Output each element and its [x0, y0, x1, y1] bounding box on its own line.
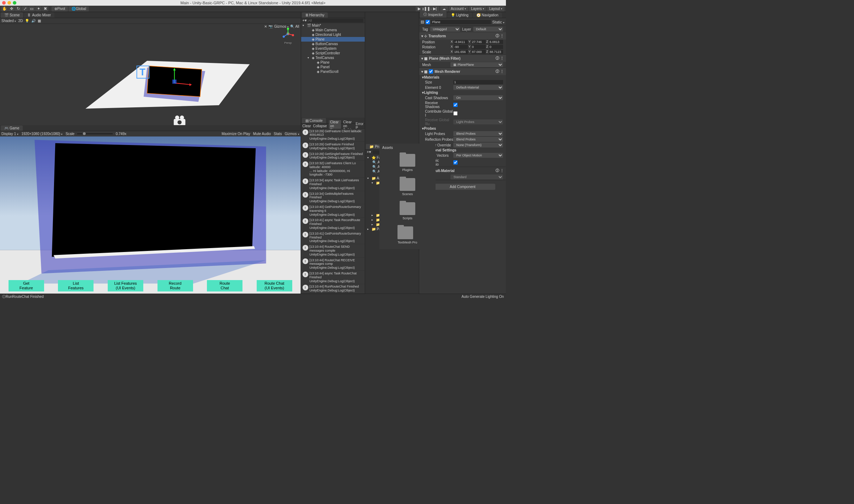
game-action-button[interactable]: Route Chat(UI Events) — [257, 280, 292, 291]
display-dropdown[interactable]: Display 1 — [1, 132, 18, 136]
rotation-y-input[interactable] — [471, 45, 486, 49]
position-z-input[interactable] — [489, 40, 503, 44]
lightprobes-dropdown[interactable]: Blend Probes — [453, 131, 503, 136]
rotation-x-input[interactable] — [454, 45, 468, 49]
resolution-dropdown[interactable]: 1920×1080 (1920x1080) — [21, 132, 63, 136]
layers-dropdown[interactable]: Layers — [469, 6, 486, 11]
asset-folder-item[interactable]: TextMesh Pro — [397, 226, 417, 244]
cloud-button[interactable]: ☁ — [440, 6, 448, 11]
element0-field[interactable]: Default-Material — [453, 85, 503, 90]
custom-tool-button[interactable]: ✖ — [42, 6, 48, 11]
console-entry[interactable]: ![13:10:29] GetSingleFeature FinishedUni… — [301, 151, 365, 161]
hierarchy-item[interactable]: ▾◈ TextCanvas — [301, 55, 365, 60]
hierarchy-item[interactable]: ◈ Plane — [301, 37, 365, 42]
castshadows-dropdown[interactable]: On — [453, 95, 503, 100]
hierarchy-item[interactable]: ◈ Plane — [301, 60, 365, 65]
layer-dropdown[interactable]: Default — [473, 27, 503, 32]
maximize-toggle[interactable]: Maximize On Play — [221, 132, 250, 136]
tab-lighting[interactable]: 💡 Lighting — [447, 12, 472, 18]
console-clear-button[interactable]: Clear — [303, 124, 311, 128]
motion-dropdown[interactable]: Per Object Motion — [453, 153, 503, 158]
global-toggle[interactable]: 🌐Global — [69, 6, 89, 11]
scale-slider[interactable] — [77, 133, 113, 134]
hierarchy-item[interactable]: ◈ Main Camera — [301, 28, 365, 32]
tab-console[interactable]: ▤ Console — [302, 118, 326, 123]
mute-toggle[interactable]: Mute Audio — [253, 132, 271, 136]
mesh-field[interactable]: ▦ PlanePlane — [450, 62, 503, 67]
pivot-toggle[interactable]: ⊕Pivot — [52, 6, 68, 11]
hierarchy-item[interactable]: ▾🎬 Main* — [301, 23, 365, 28]
probes-section[interactable]: Probes — [424, 127, 436, 130]
console-entry[interactable]: ![13:10:41] async Task RecordRoute Finis… — [301, 218, 365, 231]
pause-button[interactable]: ❚❚ — [423, 6, 431, 11]
stats-toggle[interactable]: Stats — [274, 132, 282, 136]
scale-y-input[interactable] — [471, 50, 486, 54]
game-viewport[interactable]: GetFeatureListFeaturesList Features(UI E… — [0, 136, 301, 294]
gameobject-active-checkbox[interactable] — [426, 20, 430, 24]
hierarchy-list[interactable]: ▾🎬 Main* ◈ Main Camera ◈ Directional Lig… — [301, 23, 365, 118]
console-collapse-toggle[interactable]: Collapse — [313, 124, 327, 128]
console-entry[interactable]: ![13:10:32] ListFeatures Client Lo latit… — [301, 161, 365, 178]
scale-x-input[interactable] — [454, 50, 468, 54]
scale-tool-button[interactable]: ⤢ — [22, 6, 28, 11]
materials-section[interactable]: Materials — [424, 75, 439, 79]
hierarchy-create-button[interactable]: +▾ — [303, 18, 307, 23]
play-button[interactable]: ▶ — [416, 6, 423, 11]
assets-grid-panel[interactable]: Assets PluginsScenesScriptsTextMesh Pro — [379, 144, 436, 249]
hierarchy-item[interactable]: ◈ ScriptController — [301, 51, 365, 55]
tab-navigation[interactable]: 🧭 Navigation — [473, 12, 502, 18]
hierarchy-item[interactable]: ◈ Panel — [301, 65, 365, 69]
console-entry[interactable]: ![13:10:40] GetPointsRouteSummary traver… — [301, 204, 365, 218]
console-entry[interactable]: ![13:10:29] GetFeature Client latitude: … — [301, 129, 365, 142]
scene-lighting-toggle[interactable]: 💡 — [25, 19, 29, 23]
game-action-button[interactable]: GetFeature — [9, 280, 44, 291]
meshrenderer-component-header[interactable]: ▾ ▦ Mesh Rendererⓘ ⋮ — [419, 68, 506, 75]
hierarchy-item[interactable]: ◈ PanelScroll — [301, 69, 365, 74]
tab-scene[interactable]: 🎬 Scene — [1, 12, 23, 18]
receiveshadows-checkbox[interactable] — [453, 103, 458, 107]
asset-folder-item[interactable]: Scripts — [400, 202, 415, 220]
game-gizmos-toggle[interactable]: Gizmos — [285, 132, 299, 136]
hierarchy-item[interactable]: ◈ ButtonCanvas — [301, 42, 365, 46]
tab-inspector[interactable]: ⓘ Inspector — [420, 11, 446, 18]
static-dropdown[interactable]: Static — [492, 20, 505, 24]
account-dropdown[interactable]: Account — [449, 6, 468, 11]
anchor-field[interactable]: None (Transform) — [453, 143, 503, 148]
2d-toggle[interactable]: 2D — [18, 19, 23, 23]
console-entry[interactable]: ![13:10:34] async Task ListFeatures Fini… — [301, 178, 365, 191]
move-tool-button[interactable]: ✥ — [8, 6, 15, 11]
lighting-section[interactable]: Lighting — [424, 91, 438, 95]
tab-game[interactable]: 🎮 Game — [1, 125, 23, 131]
rotate-tool-button[interactable]: ↻ — [15, 6, 21, 11]
reflection-dropdown[interactable]: Blend Probes — [453, 137, 503, 142]
game-action-button[interactable]: ListFeatures — [58, 280, 94, 291]
position-y-input[interactable] — [471, 40, 486, 44]
step-button[interactable]: ▶| — [431, 6, 438, 11]
console-entry[interactable]: ![13:10:34] GetMultipleFeatures Finished… — [301, 191, 365, 204]
gameobject-name-input[interactable] — [431, 20, 491, 24]
console-list[interactable]: ![13:10:29] GetFeature Client latitude: … — [301, 129, 365, 294]
console-entry[interactable]: ![13:10:44] RouteChat RECEIVE messages c… — [301, 258, 365, 271]
hand-tool-button[interactable]: ✋ — [1, 6, 8, 11]
scene-close-icon[interactable]: ✕ — [264, 25, 267, 28]
hierarchy-item[interactable]: ◈ EventSystem — [301, 46, 365, 51]
window-minimize-button[interactable] — [7, 1, 11, 5]
tag-dropdown[interactable]: Untagged — [430, 27, 460, 32]
tab-audio-mixer[interactable]: 🎚 Audio Mixer — [24, 12, 54, 18]
window-maximize-button[interactable] — [13, 1, 16, 5]
lighting-status[interactable]: Auto Generate Lighting On — [461, 295, 504, 299]
transform-tool-button[interactable]: ✦ — [35, 6, 42, 11]
scale-z-input[interactable] — [489, 50, 503, 54]
rect-tool-button[interactable]: ▭ — [28, 6, 35, 11]
window-close-button[interactable] — [2, 1, 6, 5]
asset-folder-item[interactable]: Plugins — [400, 154, 415, 172]
game-action-button[interactable]: RouteChat — [207, 280, 242, 291]
console-entry[interactable]: ![13:10:41] GetPointsRouteSummary Finish… — [301, 231, 365, 244]
rotation-z-input[interactable] — [489, 45, 503, 49]
contributegi-checkbox[interactable] — [453, 111, 458, 116]
console-entry[interactable]: ![13:10:44] RouteChat SEND messages comp… — [301, 244, 365, 257]
shading-mode-dropdown[interactable]: Shaded — [1, 19, 16, 23]
position-x-input[interactable] — [454, 40, 468, 44]
orientation-gizmo[interactable]: Persp — [281, 27, 295, 41]
meshfilter-component-header[interactable]: ▾ ▦ Plane (Mesh Filter)ⓘ ⋮ — [419, 55, 506, 62]
